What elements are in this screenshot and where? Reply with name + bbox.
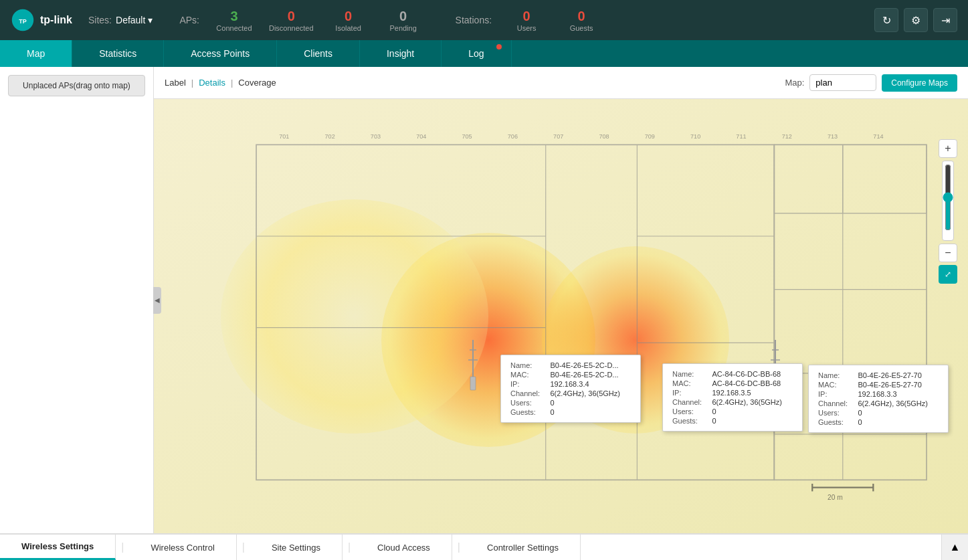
bottom-tab-site-settings[interactable]: Site Settings (250, 535, 343, 560)
svg-text:713: 713 (828, 133, 838, 140)
svg-text:708: 708 (599, 133, 609, 140)
tab-clients-label: Clients (304, 48, 332, 59)
sidebar: Unplaced APs(drag onto map) ◀ (0, 67, 154, 533)
zoom-in-button[interactable]: + (939, 139, 957, 158)
svg-text:20 m: 20 m (828, 494, 843, 501)
fit-button[interactable]: ⤢ (939, 265, 957, 284)
ap-popup-1: Name:B0-4E-26-E5-2C-D... MAC:B0-4E-26-E5… (500, 355, 641, 423)
svg-text:705: 705 (462, 133, 472, 140)
svg-text:706: 706 (508, 133, 518, 140)
ap2-mac: AC-84-C6-DC-BB-68 (709, 379, 795, 388)
ap1-ip: 192.168.3.4 (547, 379, 634, 389)
users-stat: 0 Users (506, 9, 547, 32)
tab-log-label: Log (468, 48, 484, 59)
bottom-tab-wireless-settings[interactable]: Wireless Settings (0, 535, 116, 560)
sidebar-toggle[interactable]: ◀ (153, 287, 161, 314)
tab-map[interactable]: Map (0, 40, 72, 67)
floor-plan: 701 702 703 704 705 706 707 708 709 710 … (154, 99, 968, 533)
ap2-users: 0 (709, 407, 795, 416)
svg-text:712: 712 (782, 133, 792, 140)
bottom-expand-button[interactable]: ▲ (941, 535, 968, 560)
disconnected-count: 0 (288, 9, 295, 24)
stations-label: Stations: (456, 15, 492, 25)
ap3-channel: 6(2.4GHz), 36(5GHz) (855, 399, 941, 408)
zoom-controls: + − ⤢ (939, 139, 957, 284)
svg-text:704: 704 (416, 133, 426, 140)
zoom-slider-container (942, 161, 954, 241)
zoom-out-button[interactable]: − (939, 244, 957, 262)
ap1-users: 0 (547, 398, 634, 407)
refresh-button[interactable]: ↻ (874, 8, 898, 32)
expand-icon: ▲ (950, 541, 961, 553)
logout-button[interactable]: ⇥ (933, 8, 957, 32)
ap2-guests: 0 (709, 416, 795, 426)
users-count: 0 (523, 9, 530, 24)
guests-stat: 0 Guests (561, 9, 601, 32)
ap1-name: B0-4E-26-E5-2C-D... (547, 361, 634, 370)
map-toolbar: Label | Details | Coverage Map: plan Con… (154, 67, 968, 99)
pending-label: Pending (389, 24, 416, 32)
ap-antenna-1 (467, 340, 479, 396)
settings-button[interactable]: ⚙ (904, 8, 928, 32)
tab-insight[interactable]: Insight (360, 40, 442, 67)
bottom-tab-wireless-control[interactable]: Wireless Control (129, 535, 236, 560)
connected-label: Connected (216, 24, 252, 32)
svg-rect-38 (470, 377, 476, 390)
svg-text:TP: TP (19, 18, 27, 25)
svg-text:701: 701 (279, 133, 289, 140)
unplaced-aps-button[interactable]: Unplaced APs(drag onto map) (8, 75, 145, 96)
svg-text:711: 711 (736, 133, 746, 140)
logout-icon: ⇥ (941, 14, 950, 27)
cloud-access-label: Cloud Access (377, 543, 430, 553)
controller-settings-label: Controller Settings (487, 543, 559, 553)
logo-icon: TP (11, 8, 35, 32)
ap3-mac: B0-4E-26-E5-27-70 (855, 380, 941, 389)
isolated-stat: 0 Isolated (328, 9, 369, 32)
tab-access-points[interactable]: Access Points (164, 40, 277, 67)
nav-tabs: Map Statistics Access Points Clients Ins… (0, 40, 968, 67)
svg-text:710: 710 (690, 133, 700, 140)
map-selector-label: Map: (785, 78, 804, 88)
tab-statistics[interactable]: Statistics (72, 40, 164, 67)
tab-clients[interactable]: Clients (277, 40, 360, 67)
site-settings-label: Site Settings (272, 543, 320, 553)
sites-label: Sites: (88, 15, 112, 25)
ap1-channel: 6(2.4GHz), 36(5GHz) (547, 389, 634, 398)
ap2-ip: 192.168.3.5 (709, 388, 795, 397)
connected-stat: 3 Connected (214, 9, 254, 32)
fit-icon: ⤢ (945, 270, 951, 279)
zoom-slider[interactable] (943, 164, 953, 231)
map-select[interactable]: plan (809, 74, 876, 91)
guests-count: 0 (578, 9, 585, 24)
header: TP tp-link Sites: Default ▾ APs: 3 Conne… (0, 0, 968, 40)
tab-map-label: Map (27, 48, 45, 59)
sites-dropdown[interactable]: Default ▾ (116, 15, 153, 25)
ap-popup-3: Name:B0-4E-26-E5-27-70 MAC:B0-4E-26-E5-2… (808, 365, 949, 433)
ap1-mac: B0-4E-26-E5-2C-D... (547, 370, 634, 379)
svg-text:703: 703 (371, 133, 381, 140)
details-option[interactable]: Details (199, 78, 225, 88)
connected-count: 3 (230, 9, 237, 24)
svg-text:702: 702 (325, 133, 335, 140)
ap-popup-2: Name:AC-84-C6-DC-BB-68 MAC:AC-84-C6-DC-B… (662, 363, 803, 432)
isolated-count: 0 (345, 9, 352, 24)
tab-log[interactable]: Log (442, 40, 511, 67)
bottom-tab-cloud-access[interactable]: Cloud Access (356, 535, 452, 560)
ap2-name: AC-84-C6-DC-BB-68 (709, 369, 795, 379)
svg-text:714: 714 (873, 133, 883, 140)
map-canvas[interactable]: 701 702 703 704 705 706 707 708 709 710 … (154, 99, 968, 533)
chevron-down-icon: ▾ (148, 15, 153, 25)
configure-maps-button[interactable]: Configure Maps (882, 74, 957, 92)
bottom-tab-controller-settings[interactable]: Controller Settings (466, 535, 581, 560)
coverage-option[interactable]: Coverage (238, 78, 276, 88)
ap3-guests: 0 (855, 417, 941, 427)
aps-section: APs: 3 Connected 0 Disconnected 0 Isolat… (179, 9, 428, 32)
header-actions: ↻ ⚙ ⇥ (874, 8, 957, 32)
svg-rect-15 (774, 145, 842, 213)
ap3-ip: 192.168.3.3 (855, 389, 941, 399)
label-option[interactable]: Label (165, 78, 186, 88)
ap1-guests: 0 (547, 407, 634, 417)
ap3-users: 0 (855, 408, 941, 417)
guests-label: Guests (570, 24, 593, 32)
ap3-name: B0-4E-26-E5-27-70 (855, 371, 941, 380)
